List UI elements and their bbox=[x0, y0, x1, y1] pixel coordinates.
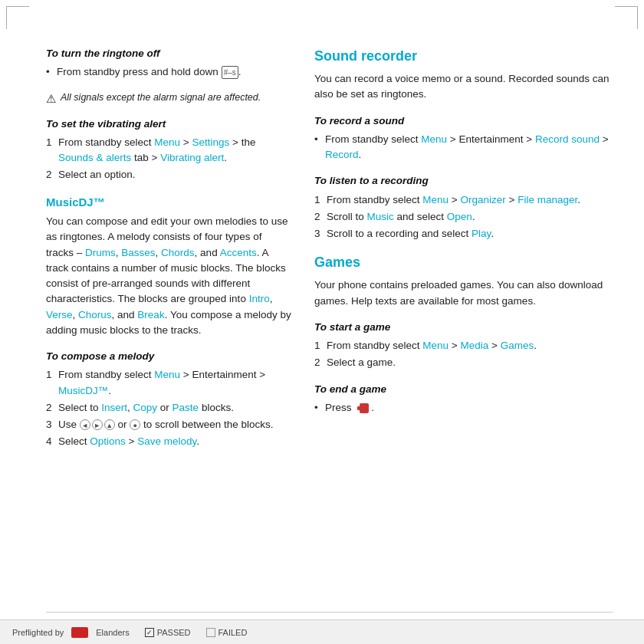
save-melody-link: Save melody bbox=[137, 435, 196, 447]
copy-link: Copy bbox=[133, 402, 158, 413]
chorus-link: Chorus bbox=[78, 309, 112, 320]
ringtone-section: To turn the ringtone off From standby pr… bbox=[46, 46, 291, 80]
step-num: 1 bbox=[314, 338, 320, 353]
intro-link: Intro bbox=[249, 293, 270, 304]
record-sound-heading: To record a sound bbox=[314, 113, 613, 129]
compose-list: 1 From standby select Menu > Entertainme… bbox=[46, 367, 291, 449]
vibrating-list: 1 From standby select Menu > Settings > … bbox=[46, 135, 291, 183]
record-sound-section: To record a sound From standby select Me… bbox=[314, 113, 613, 163]
basses-link: Basses bbox=[121, 247, 155, 258]
warning-block: ⚠ All signals except the alarm signal ar… bbox=[46, 91, 291, 106]
play-link: Play bbox=[472, 228, 491, 239]
vibrating-alert-link: Vibrating alert bbox=[160, 152, 224, 163]
start-game-heading: To start a game bbox=[314, 320, 613, 335]
ringtone-heading: To turn the ringtone off bbox=[46, 46, 291, 61]
nav-up-icon: ▲ bbox=[104, 419, 115, 430]
vibrating-heading: To set the vibrating alert bbox=[46, 117, 291, 132]
chords-link: Chords bbox=[161, 247, 195, 258]
vibrating-section: To set the vibrating alert 1 From standb… bbox=[46, 117, 291, 183]
record-step-1: From standby select Menu > Entertainment… bbox=[314, 132, 613, 163]
start-step-1: 1 From standby select Menu > Media > Gam… bbox=[314, 338, 613, 353]
content-area: To turn the ringtone off From standby pr… bbox=[46, 46, 613, 598]
sound-recorder-heading: Sound recorder bbox=[314, 46, 613, 67]
step-num: 2 bbox=[314, 209, 320, 225]
menu-link: Menu bbox=[421, 133, 447, 145]
corner-mark-tr bbox=[615, 6, 638, 29]
drums-link: Drums bbox=[85, 247, 116, 258]
step-num: 2 bbox=[46, 400, 52, 416]
failed-label: FAILED bbox=[219, 628, 248, 637]
vibrating-step-1: 1 From standby select Menu > Settings > … bbox=[46, 135, 291, 166]
menu-link: Menu bbox=[422, 340, 449, 351]
options-link: Options bbox=[90, 435, 126, 447]
menu-link: Menu bbox=[154, 369, 180, 380]
nav-left-icon: ◄ bbox=[80, 419, 90, 430]
nav-right-icon: ► bbox=[92, 419, 103, 430]
listen-section: To listen to a recording 1 From standby … bbox=[314, 173, 613, 242]
start-game-section: To start a game 1 From standby select Me… bbox=[314, 320, 613, 371]
listen-list: 1 From standby select Menu > Organizer >… bbox=[314, 192, 613, 242]
warning-icon: ⚠ bbox=[46, 92, 56, 106]
step-num: 2 bbox=[46, 167, 52, 182]
record-link: Record bbox=[325, 149, 359, 160]
compose-section: To compose a melody 1 From standby selec… bbox=[46, 349, 291, 450]
listen-heading: To listen to a recording bbox=[314, 173, 613, 189]
failed-checkbox bbox=[206, 628, 215, 637]
ringtone-list: From standby press and hold down #–s. bbox=[46, 64, 291, 80]
open-link: Open bbox=[447, 211, 472, 222]
record-list: From standby select Menu > Entertainment… bbox=[314, 132, 613, 163]
joystick-icon: ● bbox=[130, 419, 140, 430]
compose-step-1: 1 From standby select Menu > Entertainme… bbox=[46, 367, 291, 399]
step-num: 3 bbox=[314, 226, 320, 242]
musicdj-body: You can compose and edit your own melodi… bbox=[46, 214, 291, 338]
end-game-section: To end a game Press . bbox=[314, 382, 613, 416]
games-section: Games Your phone contains preloaded game… bbox=[314, 252, 613, 309]
file-manager-link: File manager bbox=[518, 194, 577, 205]
sound-recorder-section: Sound recorder You can record a voice me… bbox=[314, 46, 613, 103]
passed-label: PASSED bbox=[157, 628, 191, 637]
preflight-label: Preflighted by bbox=[12, 628, 64, 637]
musicdj-link: MusicDJ™ bbox=[58, 385, 108, 396]
musicdj-heading: MusicDJ™ bbox=[46, 194, 291, 212]
listen-step-1: 1 From standby select Menu > Organizer >… bbox=[314, 192, 613, 208]
compose-heading: To compose a melody bbox=[46, 349, 291, 364]
games-link: Games bbox=[501, 340, 534, 351]
preflight-company: Elanders bbox=[96, 628, 129, 637]
end-game-heading: To end a game bbox=[314, 382, 613, 397]
end-game-icon bbox=[357, 400, 371, 416]
games-heading: Games bbox=[314, 252, 613, 273]
start-game-list: 1 From standby select Menu > Media > Gam… bbox=[314, 338, 613, 371]
settings-link: Settings bbox=[192, 136, 229, 148]
verse-link: Verse bbox=[46, 309, 73, 320]
paste-link: Paste bbox=[172, 402, 199, 413]
accents-link: Accents bbox=[220, 247, 257, 258]
break-link: Break bbox=[137, 309, 164, 320]
ringtone-item: From standby press and hold down #–s. bbox=[46, 64, 291, 80]
compose-step-3: 3 Use ◄►▲ or ● to scroll between the blo… bbox=[46, 417, 291, 432]
music-link: Music bbox=[367, 211, 394, 222]
elanders-logo bbox=[71, 627, 88, 638]
vibrating-step-2: 2 Select an option. bbox=[46, 167, 291, 182]
left-column: To turn the ringtone off From standby pr… bbox=[46, 46, 291, 598]
failed-container: FAILED bbox=[206, 628, 248, 637]
insert-link: Insert bbox=[101, 402, 127, 413]
start-step-2: 2 Select a game. bbox=[314, 355, 613, 370]
page-wrapper: To turn the ringtone off From standby pr… bbox=[0, 0, 644, 644]
listen-step-3: 3 Scroll to a recording and select Play. bbox=[314, 226, 613, 242]
step-num: 3 bbox=[46, 417, 52, 432]
sound-recorder-body: You can record a voice memo or a sound. … bbox=[314, 71, 613, 103]
games-body: Your phone contains preloaded games. You… bbox=[314, 278, 613, 309]
preflight-bar: Preflighted by Elanders ✓ PASSED FAILED bbox=[0, 619, 644, 644]
step-num: 4 bbox=[46, 434, 52, 449]
sounds-alerts-link: Sounds & alerts bbox=[58, 152, 131, 163]
compose-step-2: 2 Select to Insert, Copy or Paste blocks… bbox=[46, 400, 291, 416]
compose-step-4: 4 Select Options > Save melody. bbox=[46, 434, 291, 449]
end-game-list: Press . bbox=[314, 400, 613, 416]
hash-symbol: #–s bbox=[222, 66, 238, 79]
svg-rect-1 bbox=[357, 406, 361, 410]
passed-container: ✓ PASSED bbox=[145, 628, 191, 637]
warning-text: All signals except the alarm signal are … bbox=[61, 91, 261, 105]
record-sound-link: Record sound bbox=[535, 133, 600, 145]
press-label: Press bbox=[325, 402, 352, 413]
step-num: 1 bbox=[46, 135, 52, 150]
